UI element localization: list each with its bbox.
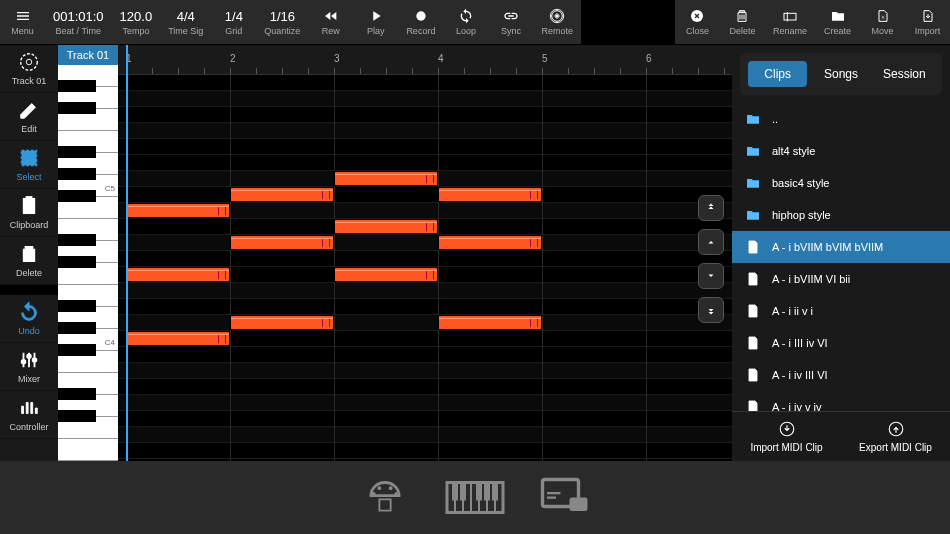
export-midi-button[interactable]: Export MIDI Clip (841, 412, 950, 461)
clip-name: alt4 style (772, 145, 815, 157)
midi-note[interactable] (334, 267, 438, 282)
midi-note[interactable] (438, 235, 542, 250)
scroll-top-button[interactable] (698, 195, 724, 221)
piano-key-black[interactable] (58, 410, 96, 422)
svg-rect-13 (750, 283, 753, 284)
scroll-up-button[interactable] (698, 229, 724, 255)
wheel-icon[interactable] (355, 475, 415, 520)
midi-note[interactable] (126, 331, 230, 346)
top-toolbar: Menu 001:01:0Beat / Time 120.0Tempo 4/4T… (0, 0, 950, 45)
clipboard-tool[interactable]: Clipboard (0, 189, 58, 237)
piano-key-black[interactable] (58, 102, 96, 114)
clip-item[interactable]: A - i III iv VI (732, 327, 950, 359)
move-button[interactable]: Move (860, 0, 905, 44)
svg-rect-3 (784, 13, 796, 20)
svg-point-10 (27, 355, 31, 359)
piano-key-black[interactable] (58, 344, 96, 356)
scroll-bottom-button[interactable] (698, 297, 724, 323)
import-button[interactable]: Import (905, 0, 950, 44)
midi-note[interactable] (230, 235, 334, 250)
clip-name: A - i bVIIM bVIM bVIIM (772, 241, 883, 253)
menu-button[interactable]: Menu (0, 0, 45, 44)
svg-rect-29 (492, 483, 498, 501)
import-midi-button[interactable]: Import MIDI Clip (732, 412, 841, 461)
rewind-button[interactable]: Rew (308, 0, 353, 44)
svg-rect-16 (750, 379, 753, 380)
midi-note[interactable] (334, 171, 438, 186)
note-editor[interactable]: 123456 (118, 45, 732, 461)
timeline-ruler[interactable]: 123456 (118, 45, 732, 75)
playhead[interactable] (126, 45, 128, 461)
clip-item[interactable]: A - i bVIIM VI bii (732, 263, 950, 295)
edit-tool[interactable]: Edit (0, 93, 58, 141)
svg-point-4 (21, 54, 38, 71)
midi-note[interactable] (230, 187, 334, 202)
clip-name: basic4 style (772, 177, 829, 189)
svg-point-21 (378, 486, 382, 490)
loop-button[interactable]: Loop (443, 0, 488, 44)
tempo-display[interactable]: 120.0Tempo (112, 0, 161, 44)
clip-item[interactable]: .. (732, 103, 950, 135)
piano-key[interactable] (58, 439, 118, 461)
screen-icon[interactable] (535, 475, 595, 520)
delete-top-button[interactable]: Delete (720, 0, 765, 44)
clip-item[interactable]: alt4 style (732, 135, 950, 167)
rename-button[interactable]: Rename (765, 0, 815, 44)
svg-rect-26 (460, 483, 466, 501)
record-button[interactable]: Record (398, 0, 443, 44)
browser-panel: Clips Songs Session .. alt4 style basic4… (732, 45, 950, 461)
piano-key-black[interactable] (58, 146, 96, 158)
select-tool[interactable]: Select (0, 141, 58, 189)
svg-rect-27 (476, 483, 482, 501)
clip-item[interactable]: hiphop style (732, 199, 950, 231)
sync-button[interactable]: Sync (488, 0, 533, 44)
midi-note[interactable] (126, 267, 230, 282)
create-button[interactable]: Create (815, 0, 860, 44)
piano-key-black[interactable] (58, 80, 96, 92)
keyboard-icon[interactable] (445, 475, 505, 520)
midi-note[interactable] (126, 203, 230, 218)
midi-note[interactable] (438, 187, 542, 202)
piano-key-black[interactable] (58, 168, 96, 180)
grid-display[interactable]: 1/4Grid (211, 0, 256, 44)
svg-point-23 (394, 492, 398, 496)
midi-note[interactable] (334, 219, 438, 234)
clip-name: hiphop style (772, 209, 831, 221)
piano-key-black[interactable] (58, 322, 96, 334)
timesig-display[interactable]: 4/4Time Sig (160, 0, 211, 44)
undo-button[interactable]: Undo (0, 295, 58, 343)
ruler-beat: 6 (646, 45, 652, 64)
clip-item[interactable]: A - i ii v i (732, 295, 950, 327)
mixer-button[interactable]: Mixer (0, 343, 58, 391)
svg-point-11 (33, 358, 37, 362)
tab-session[interactable]: Session (875, 61, 934, 87)
controller-button[interactable]: Controller (0, 391, 58, 439)
ruler-beat: 4 (438, 45, 444, 64)
midi-note[interactable] (230, 315, 334, 330)
close-button[interactable]: Close (675, 0, 720, 44)
svg-rect-28 (484, 483, 490, 501)
track-selector[interactable]: Track 01 (0, 45, 58, 93)
tab-clips[interactable]: Clips (748, 61, 807, 87)
svg-point-20 (372, 492, 376, 496)
piano-key-black[interactable] (58, 234, 96, 246)
clip-item[interactable]: basic4 style (732, 167, 950, 199)
clip-name: A - i III iv VI (772, 337, 828, 349)
scroll-down-button[interactable] (698, 263, 724, 289)
clip-item[interactable]: A - i iv III VI (732, 359, 950, 391)
svg-rect-6 (22, 151, 37, 166)
piano-key-black[interactable] (58, 388, 96, 400)
piano-key-black[interactable] (58, 300, 96, 312)
clip-item[interactable]: A - i bVIIM bVIM bVIIM (732, 231, 950, 263)
quantize-display[interactable]: 1/16Quantize (256, 0, 308, 44)
clip-item[interactable]: A - i iv v iv (732, 391, 950, 411)
piano-key-black[interactable] (58, 190, 96, 202)
midi-note[interactable] (438, 315, 542, 330)
play-button[interactable]: Play (353, 0, 398, 44)
track-header[interactable]: Track 01 (58, 45, 118, 65)
tab-songs[interactable]: Songs (811, 61, 870, 87)
beat-time-display[interactable]: 001:01:0Beat / Time (45, 0, 112, 44)
piano-key-black[interactable] (58, 256, 96, 268)
remote-button[interactable]: Remote (533, 0, 581, 44)
delete-tool[interactable]: Delete (0, 237, 58, 285)
